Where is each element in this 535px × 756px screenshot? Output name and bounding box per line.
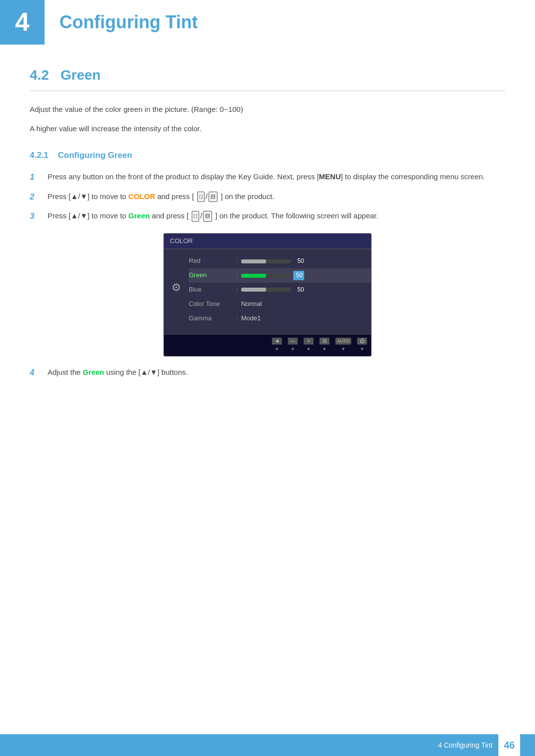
subsection-title: Configuring Green [58, 151, 132, 160]
osd-btn-power: ⏻ ▼ [357, 338, 367, 353]
osd-body: ⚙ Red : 50 [164, 249, 371, 330]
subsection-421: 4.2.1 Configuring Green 1 Press any butt… [30, 149, 505, 380]
step-text-4: Adjust the Green using the [▲/▼] buttons… [48, 366, 505, 379]
osd-item-gamma: Gamma : Mode1 [189, 311, 371, 326]
green-keyword-step4: Green [83, 368, 104, 376]
chapter-title: Configuring Tint [59, 8, 198, 37]
step-number-2: 2 [30, 190, 44, 204]
osd-btn-return: ⊟ ▼ [320, 338, 329, 353]
osd-label-green: Green [189, 270, 233, 281]
step-3: 3 Press [▲/▼] to move to Green and press… [30, 210, 505, 223]
osd-label-colortone: Color Tone [189, 299, 233, 309]
menu-keyword: MENU [319, 172, 341, 181]
osd-title: COLOR [164, 234, 371, 250]
step-2: 2 Press [▲/▼] to move to COLOR and press… [30, 191, 505, 204]
section-42: 4.2 Green Adjust the value of the color … [30, 64, 505, 135]
chapter-number: 4 [0, 0, 45, 45]
osd-value-red: 50 [293, 256, 304, 266]
section-title: Green [60, 67, 101, 83]
osd-btn-auto: AUTO ▼ [335, 338, 351, 353]
button-icon-square-2: □ [192, 211, 199, 222]
steps-list: 1 Press any button on the front of the p… [30, 171, 505, 223]
osd-value-green: 50 [293, 271, 304, 280]
step-number-4: 4 [30, 366, 44, 380]
osd-value-blue: 50 [293, 285, 304, 295]
osd-label-blue: Blue [189, 285, 233, 295]
osd-bar-green: 50 [241, 271, 304, 280]
description-1: Adjust the value of the color green in t… [30, 103, 505, 116]
subsection-number: 4.2.1 [30, 151, 49, 160]
osd-bar-fill-blue [241, 288, 266, 292]
step-text-2: Press [▲/▼] to move to COLOR and press [… [48, 191, 505, 203]
button-icon-return-2: ⊟ [203, 211, 212, 222]
section-number: 4.2 [30, 67, 49, 83]
step-number-1: 1 [30, 170, 44, 184]
osd-item-red: Red : 50 [189, 254, 371, 268]
page-footer: 4 Configuring Tint 46 [0, 734, 535, 756]
osd-bar-fill-red [241, 259, 266, 263]
osd-button-bar: ◄ ▼ — ▼ + ▼ ⊟ ▼ [164, 334, 371, 355]
osd-screenshot: COLOR ⚙ Red : [163, 233, 372, 356]
footer-label: 4 Configuring Tint [438, 740, 492, 751]
osd-label-gamma: Gamma [189, 313, 233, 324]
step-text-1: Press any button on the front of the pro… [48, 171, 505, 183]
osd-item-colortone: Color Tone : Normal [189, 297, 371, 311]
osd-btn-left: ◄ ▼ [272, 338, 282, 353]
footer-page-number: 46 [498, 734, 520, 756]
subsection-heading: 4.2.1 Configuring Green [30, 149, 505, 162]
osd-bar-fill-green [241, 274, 266, 278]
step-4: 4 Adjust the Green using the [▲/▼] butto… [30, 366, 505, 380]
osd-bar-red: 50 [241, 256, 304, 266]
settings-icon: ⚙ [171, 279, 181, 296]
section-heading: 4.2 Green [30, 64, 505, 91]
button-icon-return: ⊟ [209, 192, 217, 202]
osd-btn-minus: — ▼ [288, 338, 298, 353]
color-keyword: COLOR [128, 192, 155, 201]
page-header: 4 Configuring Tint [0, 0, 535, 45]
osd-value-gamma: Mode1 [241, 313, 261, 324]
osd-item-green: Green : 50 [189, 268, 371, 283]
chapter-title-area: Configuring Tint [45, 0, 535, 45]
osd-icon-col: ⚙ [164, 254, 189, 330]
step-1: 1 Press any button on the front of the p… [30, 171, 505, 184]
osd-btn-plus: + ▼ [304, 338, 314, 353]
osd-label-red: Red [189, 256, 233, 266]
button-icon-square: □ [197, 192, 205, 202]
green-keyword: Green [128, 211, 150, 220]
osd-menu-col: Red : 50 Green : [189, 254, 371, 330]
description-2: A higher value will increase the intensi… [30, 123, 505, 135]
osd-item-blue: Blue : 50 [189, 283, 371, 297]
step-number-3: 3 [30, 209, 44, 223]
osd-bar-blue: 50 [241, 285, 304, 295]
main-content: 4.2 Green Adjust the value of the color … [0, 64, 535, 425]
step-text-3: Press [▲/▼] to move to Green and press [… [48, 210, 505, 222]
osd-value-colortone: Normal [241, 299, 262, 309]
